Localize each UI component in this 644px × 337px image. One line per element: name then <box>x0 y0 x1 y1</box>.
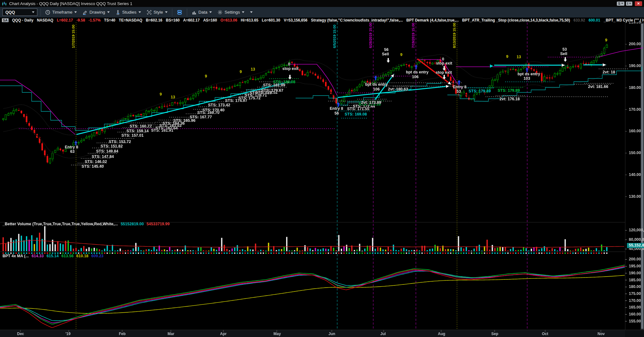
toolbar: QQQTimeframeDrawingStudiesStyleDataSetti… <box>0 7 644 18</box>
toolbar-button-label: Studies <box>122 10 137 15</box>
status-segment: BPT_ATR_Trailing _Stop (close,close,14,3… <box>462 18 570 22</box>
status-segment: BS=160 <box>166 18 180 22</box>
toolbar-separator <box>187 9 187 16</box>
status-segment: V=53,156,656 <box>284 18 307 22</box>
status-segment: NASDAQ <box>37 18 53 22</box>
layers-icon <box>177 10 182 15</box>
chevron-down-icon <box>242 11 244 13</box>
style-icon <box>147 10 152 15</box>
window-title: Chart Analysis - QQQ Daily [NASDAQ] Inve… <box>9 1 132 6</box>
chart-bars-icon <box>192 10 197 15</box>
status-segment: BPT Demark (4,4,false,true,... <box>406 18 458 22</box>
flask-icon <box>115 10 120 15</box>
close-icon[interactable]: ✕ <box>635 1 642 6</box>
toolbar-button-more[interactable] <box>249 10 254 14</box>
status-segment: Hi=613.65 <box>241 18 258 22</box>
toolbar-button-label: Data <box>199 10 208 15</box>
toolbar-separator <box>172 9 172 16</box>
clock-icon <box>45 10 50 15</box>
status-segment: L=602.17 <box>57 18 73 22</box>
status-segment: B=602.16 <box>146 18 162 22</box>
toolbar-button-drawing[interactable]: Drawing <box>81 9 111 16</box>
toolbar-button-studies[interactable]: Studies <box>114 9 142 16</box>
chevron-down-icon <box>74 11 77 13</box>
chart-canvas[interactable] <box>0 0 644 337</box>
status-segment: TS=40 <box>104 18 115 22</box>
symbol-input[interactable]: QQQ <box>3 9 37 16</box>
status-segment: Lo=601.30 <box>262 18 280 22</box>
status-segment: -9.58 <box>77 18 85 22</box>
status-segment: O=613.06 <box>220 18 237 22</box>
status-segment: _BPT_ M3 Cycle ("",( HIGH + LOW ) / 2,5,… <box>604 18 644 22</box>
chevron-down-icon <box>138 11 141 13</box>
toolbar-button-settings[interactable]: Settings <box>216 9 246 16</box>
toolbar-button-label: Drawing <box>89 10 105 15</box>
status-segment: AS=160 <box>203 18 217 22</box>
toolbar-button-label: Timeframe <box>52 10 72 15</box>
toolbar-button-timeframe[interactable]: Timeframe <box>44 9 78 16</box>
chevron-down-icon <box>165 11 168 13</box>
chart-analysis-window: Chart Analysis - QQQ Daily [NASDAQ] Inve… <box>0 0 644 337</box>
chevron-down-icon <box>250 11 253 13</box>
status-segment: -1.57% <box>89 18 101 22</box>
status-segment: A=602.17 <box>183 18 199 22</box>
status-line: SAQQQ - DailyNASDAQL=602.17-9.58-1.57%TS… <box>0 18 644 22</box>
gear-icon <box>218 10 223 15</box>
toolbar-button-label: Settings <box>224 10 240 15</box>
chevron-down-icon <box>107 11 110 13</box>
toolbar-separator <box>40 9 41 16</box>
status-segment: TE=NASDAQ <box>119 18 142 22</box>
toolbar-button-label: Style <box>154 10 163 15</box>
toolbar-button-style[interactable]: Style <box>145 9 169 16</box>
pencil-icon <box>83 10 88 15</box>
s-mode-button[interactable]: S <box>617 2 624 6</box>
i-mode-button[interactable]: I <box>626 2 632 6</box>
titlebar-control-buttons: SI <box>617 2 632 6</box>
sa-badge: SA <box>2 18 9 22</box>
chevron-down-icon <box>209 11 212 13</box>
toolbar-button-layers-icon[interactable] <box>175 9 184 16</box>
app-icon <box>2 1 7 6</box>
status-segment: QQQ - Daily <box>12 18 33 22</box>
status-segment: 600.01 <box>589 18 600 22</box>
toolbar-button-data[interactable]: Data <box>190 9 213 16</box>
status-segment: 633.92 <box>573 18 585 22</box>
status-segment: Strategy (false,"C:\owncloud\sts_intrada… <box>311 18 403 22</box>
title-bar: Chart Analysis - QQQ Daily [NASDAQ] Inve… <box>0 0 644 7</box>
